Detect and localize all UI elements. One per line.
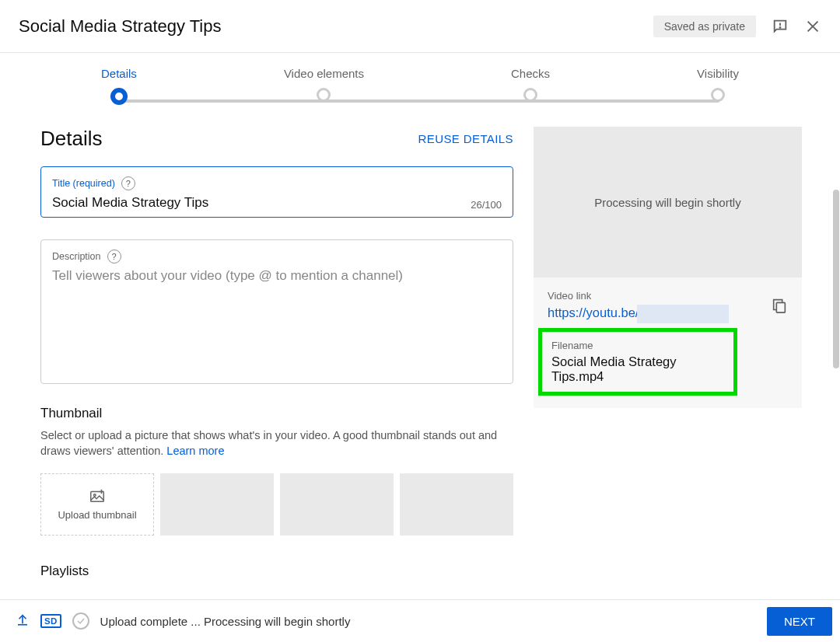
help-icon[interactable]: ? (121, 176, 135, 190)
step-visibility[interactable]: Visibility (697, 67, 739, 102)
step-dot-icon (523, 88, 537, 102)
svg-point-1 (779, 26, 780, 27)
step-video-elements[interactable]: Video elements (284, 67, 364, 102)
title-field[interactable]: Title (required) ? 26/100 (40, 166, 513, 218)
description-input[interactable] (52, 268, 502, 361)
copy-icon[interactable] (771, 297, 788, 317)
title-char-count: 26/100 (471, 199, 502, 211)
video-link[interactable]: https://youtu.be/ (548, 305, 639, 320)
thumbnail-slot[interactable] (280, 473, 394, 536)
svg-rect-8 (776, 302, 785, 312)
add-image-icon (88, 487, 107, 504)
video-link-label: Video link (548, 290, 729, 302)
feedback-icon[interactable] (772, 18, 789, 35)
scrollbar[interactable] (833, 190, 839, 368)
thumbnail-slot[interactable] (160, 473, 274, 536)
step-checks[interactable]: Checks (511, 67, 550, 102)
thumbnail-learn-more-link[interactable]: Learn more (166, 445, 224, 457)
upload-icon (16, 612, 30, 630)
check-status-icon (72, 612, 89, 630)
thumbnail-slot[interactable] (400, 473, 513, 536)
help-icon[interactable]: ? (107, 249, 121, 263)
stepper: Details Video elements Checks Visibility (0, 53, 840, 105)
description-label: Description (52, 251, 101, 262)
filename-label: Filename (551, 340, 724, 351)
playlists-heading: Playlists (40, 563, 513, 579)
thumbnail-heading: Thumbnail (40, 406, 513, 421)
svg-point-5 (94, 494, 96, 497)
save-status-badge: Saved as private (653, 16, 756, 37)
video-link-id-hidden (637, 305, 729, 323)
step-dot-icon (110, 88, 128, 105)
reuse-details-button[interactable]: REUSE DETAILS (418, 132, 513, 145)
filename-value: Social Media Strategy Tips.mp4 (551, 354, 724, 384)
filename-highlight: Filename Social Media Strategy Tips.mp4 (538, 328, 737, 396)
thumbnail-description: Select or upload a picture that shows wh… (40, 427, 507, 459)
close-icon[interactable] (804, 18, 821, 35)
upload-status-text: Upload complete ... Processing will begi… (100, 615, 351, 628)
title-label: Title (required) (52, 178, 115, 189)
page-title: Social Media Strategy Tips (19, 16, 221, 37)
title-input[interactable] (52, 195, 502, 211)
step-details[interactable]: Details (101, 67, 137, 105)
video-preview: Processing will begin shortly (534, 127, 802, 277)
step-dot-icon (317, 88, 331, 102)
description-field[interactable]: Description ? (40, 239, 513, 384)
details-heading: Details (40, 127, 102, 151)
upload-thumbnail-button[interactable]: Upload thumbnail (40, 473, 154, 536)
next-button[interactable]: NEXT (767, 607, 832, 636)
sd-badge: SD (40, 614, 61, 628)
step-dot-icon (711, 88, 725, 102)
